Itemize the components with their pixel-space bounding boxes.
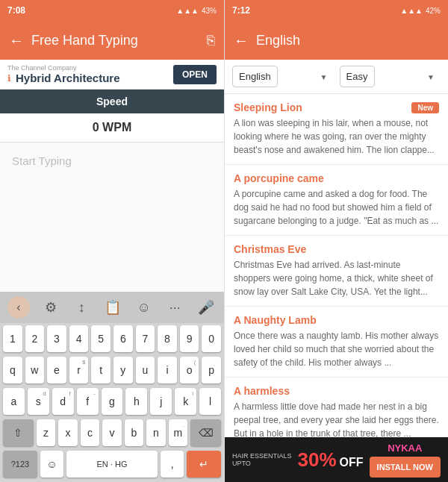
face-icon[interactable]: ☺ — [134, 300, 155, 316]
speed-bar: Speed — [0, 90, 224, 113]
off-label: OFF — [340, 456, 364, 469]
header-right: ← English — [225, 21, 448, 60]
status-bar-right: 7:12 ▲▲▲ 42% — [225, 0, 448, 21]
key-m[interactable]: m. — [169, 419, 187, 446]
info-icon: ℹ — [7, 73, 11, 84]
difficulty-filter-wrapper: Easy — [340, 66, 441, 87]
story-title-4: A Naughty Lamb — [234, 314, 317, 326]
key-s[interactable]: sd — [28, 388, 49, 415]
key-t[interactable]: t — [91, 357, 111, 384]
shift-key[interactable]: ⇧ — [3, 419, 34, 446]
key-4[interactable]: 4 — [69, 325, 89, 352]
story-title-5: A harmless — [234, 385, 290, 397]
key-6[interactable]: 6 — [113, 325, 133, 352]
app-title: Free Hand Typing — [31, 33, 199, 48]
battery-right: 42% — [426, 7, 441, 15]
ad-upto: UPTO — [232, 460, 292, 467]
key-c[interactable]: c — [81, 419, 99, 446]
delete-key[interactable]: ⌫ — [190, 419, 221, 446]
key-b[interactable]: b — [125, 419, 143, 446]
zxcv-row: ⇧ z x c v b n m. ⌫ — [0, 417, 224, 448]
key-z[interactable]: z — [37, 419, 55, 446]
key-5[interactable]: 5 — [91, 325, 111, 352]
time-left: 7:08 — [7, 5, 25, 16]
num-key[interactable]: ?123 — [3, 451, 37, 478]
ad-footer-discount-area: 30% OFF — [298, 448, 364, 472]
number-row: 1 2 3 4 5 6 7 8 9 0 — [0, 323, 224, 354]
story-preview-2: A porcupine came and asked a dog for foo… — [234, 187, 439, 228]
key-i[interactable]: i — [158, 357, 177, 384]
enter-key[interactable]: ↵ — [187, 451, 221, 478]
ad-footer-brand: Hair Essentials — [232, 452, 292, 460]
clipboard-icon[interactable]: 📋 — [102, 299, 123, 316]
ad-footer-left: Hair Essentials UPTO — [232, 452, 292, 467]
discount-number: 30% — [298, 448, 337, 472]
key-x[interactable]: x — [58, 419, 77, 446]
typing-area[interactable]: Start Typing — [0, 143, 224, 292]
key-y[interactable]: y — [113, 357, 133, 384]
stories-list: Sleeping Lion New A lion was sleeping in… — [225, 94, 448, 437]
story-title-3: Christmas Eve — [234, 243, 306, 255]
story-item-sleeping-lion[interactable]: Sleeping Lion New A lion was sleeping in… — [225, 94, 448, 165]
settings-icon[interactable]: ⚙ — [40, 299, 61, 316]
cursor-icon[interactable]: ↕ — [71, 300, 92, 316]
story-item-porcupine[interactable]: A porcupine came A porcupine came and as… — [225, 165, 448, 236]
story-item-lamb[interactable]: A Naughty Lamb Once there was a naughty … — [225, 307, 448, 378]
install-button[interactable]: INSTALL NOW — [370, 457, 441, 478]
key-k[interactable]: kl — [175, 388, 196, 415]
key-7[interactable]: 7 — [136, 325, 155, 352]
space-key[interactable]: EN · HG — [66, 451, 158, 478]
key-r[interactable]: r$ — [69, 357, 89, 384]
nykaa-logo: NYKAA — [388, 442, 422, 454]
key-8[interactable]: 8 — [158, 325, 177, 352]
key-9[interactable]: 9 — [180, 325, 199, 352]
key-v[interactable]: v — [102, 419, 121, 446]
key-q[interactable]: q — [3, 357, 22, 384]
key-3[interactable]: 3 — [47, 325, 66, 352]
filter-row: English Easy — [225, 60, 448, 94]
ad-content: The Channel Company ℹ Hybrid Architectur… — [7, 64, 119, 84]
bottom-row: ?123 ☺ EN · HG , ↵ — [0, 448, 224, 482]
back-nav-icon[interactable]: ‹ — [7, 296, 30, 319]
story-item-harmless[interactable]: A harmless A harmless little dove had ma… — [225, 378, 448, 437]
key-h[interactable]: h — [125, 388, 147, 415]
battery-left: 43% — [202, 7, 217, 15]
signal-icon-right: ▲▲▲ — [400, 7, 423, 15]
new-badge: New — [411, 102, 439, 113]
key-n[interactable]: n — [146, 419, 165, 446]
key-0[interactable]: 0 — [202, 325, 221, 352]
back-button-left[interactable]: ← — [9, 32, 24, 49]
key-e[interactable]: e — [47, 357, 66, 384]
ad-banner: The Channel Company ℹ Hybrid Architectur… — [0, 60, 224, 90]
story-title-2: A porcupine came — [234, 172, 324, 184]
share-icon[interactable]: ⎘ — [207, 33, 215, 48]
key-p[interactable]: p — [202, 357, 221, 384]
difficulty-select[interactable]: Easy — [340, 66, 375, 87]
key-f[interactable]: f- — [77, 388, 99, 415]
emoji-key[interactable]: ☺ — [40, 451, 63, 478]
key-j[interactable]: j — [150, 388, 172, 415]
asdf-row: a sd df f- g h j kl l — [0, 386, 224, 417]
mic-icon[interactable]: 🎤 — [196, 299, 217, 316]
key-d[interactable]: df — [52, 388, 74, 415]
key-o[interactable]: o( — [180, 357, 199, 384]
language-select[interactable]: English — [232, 66, 278, 87]
comma-key[interactable]: , — [161, 451, 184, 478]
open-ad-button[interactable]: OPEN — [173, 65, 217, 84]
key-g[interactable]: g — [102, 388, 123, 415]
key-w[interactable]: w — [25, 357, 45, 384]
key-2[interactable]: 2 — [25, 325, 45, 352]
keyboard-toolbar: ‹ ⚙ ↕ 📋 ☺ ··· 🎤 — [0, 292, 224, 323]
ad-company: The Channel Company — [7, 64, 119, 72]
key-1[interactable]: 1 — [3, 325, 22, 352]
ad-title: Hybrid Architecture — [16, 72, 119, 84]
header-left: ← Free Hand Typing ⎘ — [0, 21, 224, 60]
story-preview-5: A harmless little dove had made her nest… — [234, 400, 439, 437]
story-item-christmas[interactable]: Christmas Eve Christmas Eve had arrived.… — [225, 236, 448, 307]
key-l[interactable]: l — [199, 388, 221, 415]
typing-placeholder: Start Typing — [12, 154, 72, 167]
key-u[interactable]: u — [136, 357, 155, 384]
back-button-right[interactable]: ← — [234, 32, 249, 49]
more-icon[interactable]: ··· — [164, 300, 185, 316]
key-a[interactable]: a — [3, 388, 25, 415]
